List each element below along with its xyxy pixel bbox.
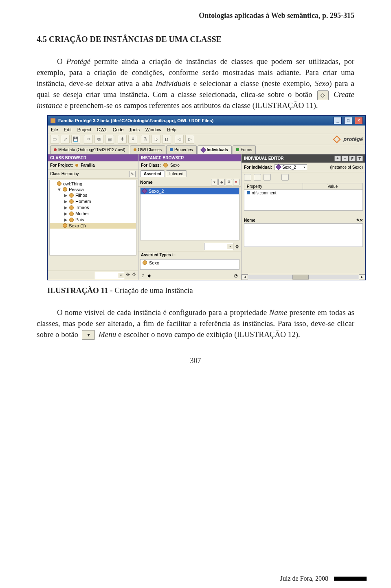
create-instance-icon[interactable]: ◆ <box>218 179 225 185</box>
instance-list[interactable]: Sexo_2 <box>140 187 239 240</box>
menubar[interactable]: File Edit Project OWL Code Tools Window … <box>48 126 365 134</box>
tab-metadata[interactable]: Metadata (Ontology1154208127.owl) <box>50 145 129 154</box>
types-remove-icon[interactable]: − <box>174 253 176 257</box>
toolbar-extract-icon[interactable]: ⇞ <box>128 135 137 144</box>
nome-delete-icon[interactable]: ✕ <box>360 218 363 222</box>
class-footer-icon2[interactable]: ⯑ <box>132 272 136 279</box>
copy-instance-icon[interactable]: ⧉ <box>226 179 232 185</box>
menu-project[interactable]: Project <box>77 127 91 132</box>
col-property: Property <box>244 183 303 189</box>
tab-properties[interactable]: Properties <box>166 145 197 154</box>
prop-row[interactable]: rdfs:comment <box>244 190 303 196</box>
editor-tool3-icon[interactable] <box>264 174 271 181</box>
project-icon <box>75 164 78 167</box>
tree-filhos[interactable]: ▶Filhos <box>50 192 136 198</box>
p2-name: Name <box>269 308 287 317</box>
asserted-types-list[interactable]: Sexo <box>140 259 239 270</box>
protege-window: Familia Protégé 3.2 beta (file:\C:\Ontol… <box>47 115 366 280</box>
property-table[interactable]: Property Value rdfs:comment <box>244 183 363 211</box>
toolbar-back-icon[interactable]: ◁ <box>175 135 184 144</box>
maximize-button[interactable]: □ <box>344 117 352 124</box>
p1-individuals: Individuals <box>156 79 191 88</box>
tree-homem[interactable]: ▶Homem <box>50 198 136 205</box>
menu-tools[interactable]: Tools <box>129 127 140 132</box>
p1-seg5: e selecionar a classe (neste exemplo, <box>191 79 315 88</box>
tree-irmaos[interactable]: ▶Irmãos <box>50 205 136 211</box>
toolbar-paste-icon[interactable]: ▤ <box>105 135 114 144</box>
minimize-button[interactable]: _ <box>334 117 342 124</box>
p2-seg5: e escolher o novo campo de exibição (ILU… <box>116 330 300 339</box>
tree-pessoa[interactable]: ▼Pessoa <box>50 187 136 192</box>
toolbar-doc1-icon[interactable]: D <box>152 135 160 144</box>
instance-footer-icon[interactable]: ⯐ <box>235 244 239 249</box>
editor-f-button[interactable]: F <box>349 156 356 161</box>
individual-editor-header: INDIVIDUAL EDITOR + − F T <box>242 154 365 163</box>
tree-owl-thing[interactable]: owl:Thing <box>50 181 136 187</box>
nome-menu-icon[interactable]: ▾ <box>211 179 217 185</box>
tree-pais[interactable]: ▶Pais <box>50 217 136 223</box>
bottom-icon3[interactable]: ◔ <box>234 273 238 278</box>
editor-tool4-icon[interactable] <box>281 174 289 181</box>
tree-label: Sexo (1) <box>69 223 86 228</box>
toolbar-open-icon[interactable]: ⤢ <box>61 135 70 144</box>
toolbar-save-icon[interactable]: 💾 <box>71 135 80 144</box>
hierarchy-action-icon[interactable]: ✎ <box>129 171 136 177</box>
nome-textbox[interactable] <box>244 223 363 247</box>
bottom-icon1[interactable]: ⤴ <box>142 273 144 278</box>
for-project-row: For Project: Familia <box>48 161 138 170</box>
tree-label: Filhos <box>75 193 87 198</box>
menu-window[interactable]: Window <box>145 127 161 132</box>
nome-edit-icon[interactable]: ✎ <box>356 218 360 222</box>
class-footer-combo[interactable]: ▾ <box>95 272 124 279</box>
for-individual-label: For Individual: <box>244 165 272 170</box>
scroll-left-button[interactable]: ◂ <box>242 274 248 280</box>
menu-code[interactable]: Code <box>113 127 123 132</box>
horizontal-scrollbar[interactable]: ◂ ▸ <box>242 274 365 280</box>
figure-caption: ILUSTRAÇÃO 11 - Criação de uma Instância <box>47 286 354 295</box>
scroll-track[interactable] <box>248 275 359 280</box>
toolbar-archive-icon[interactable]: ⇟ <box>118 135 127 144</box>
menu-file[interactable]: File <box>51 127 58 132</box>
editor-tool2-icon[interactable] <box>254 174 261 181</box>
tab-owlclasses[interactable]: OWLClasses <box>130 145 165 154</box>
tab-inferred[interactable]: Inferred <box>166 170 187 177</box>
for-project-label: For Project: <box>50 163 73 167</box>
tab-forms[interactable]: Forms <box>233 145 256 154</box>
toolbar-cut-icon[interactable]: ✂ <box>84 135 93 144</box>
editor-minus-button[interactable]: − <box>342 156 348 161</box>
toolbar-query-icon[interactable]: ?ᵢ <box>141 135 150 144</box>
class-tree[interactable]: owl:Thing ▼Pessoa ▶Filhos ▶Homem ▶Irmãos… <box>49 180 136 255</box>
window-titlebar[interactable]: Familia Protégé 3.2 beta (file:\C:\Ontol… <box>48 116 365 126</box>
p1-seg9: e preenchem-se os campos referentes aos … <box>62 101 318 110</box>
type-row[interactable]: Sexo <box>141 260 239 266</box>
toolbar-new-icon[interactable]: ▭ <box>50 135 59 144</box>
toolbar-forward-icon[interactable]: ▷ <box>185 135 194 144</box>
p2-seg1: O nome visível de cada instância é confi… <box>57 308 269 317</box>
individual-combo[interactable]: Sexo_2 ▾ <box>275 164 307 170</box>
tab-asserted[interactable]: Asserted <box>140 170 165 177</box>
toolbar-doc2-icon[interactable]: D <box>162 135 171 144</box>
scroll-thumb[interactable] <box>292 275 309 280</box>
class-browser-footer: ▾ ⯐ ⯑ <box>48 271 138 280</box>
menu-owl[interactable]: OWL <box>97 127 107 132</box>
toolbar-separator <box>173 136 173 143</box>
editor-tool1-icon[interactable] <box>244 174 251 181</box>
for-individual-row: For Individual: Sexo_2 ▾ (instance of Se… <box>242 163 365 172</box>
toolbar-copy-icon[interactable]: ⧉ <box>94 135 103 144</box>
tree-mulher[interactable]: ▶Mulher <box>50 211 136 217</box>
instance-label: Sexo_2 <box>149 189 164 194</box>
class-footer-icon1[interactable]: ⯐ <box>126 272 130 279</box>
tree-sexo[interactable]: Sexo (1) <box>50 223 136 229</box>
editor-plus-button[interactable]: + <box>334 156 341 161</box>
close-button[interactable]: × <box>355 117 363 124</box>
instance-combo[interactable]: ▾ <box>204 243 233 250</box>
editor-t-button[interactable]: T <box>356 156 363 161</box>
menu-help[interactable]: Help <box>167 127 176 132</box>
menu-edit[interactable]: Edit <box>64 127 72 132</box>
tab-individuals[interactable]: Individuals <box>198 145 232 154</box>
instance-sexo2[interactable]: Sexo_2 <box>141 188 239 194</box>
scroll-right-button[interactable]: ▸ <box>359 274 365 280</box>
types-label: Asserted Types <box>141 253 171 257</box>
delete-instance-icon[interactable]: ✕ <box>233 179 239 185</box>
bottom-icon2[interactable]: ◆ <box>147 273 151 278</box>
